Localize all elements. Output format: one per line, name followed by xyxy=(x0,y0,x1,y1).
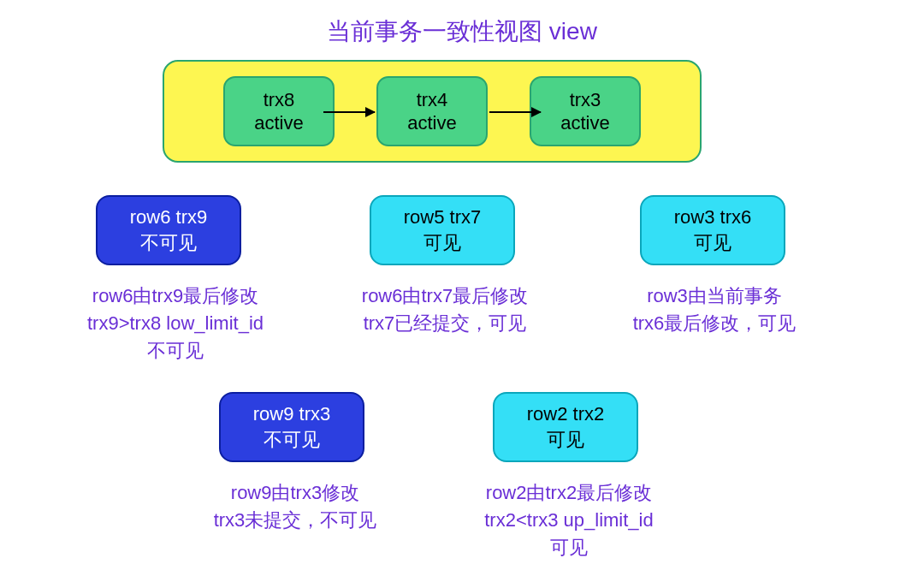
row-node-visibility: 不可见 xyxy=(264,427,320,453)
row-node-row5: row5 trx7 可见 xyxy=(370,195,515,265)
arrow-icon xyxy=(323,111,375,113)
active-trx-state: active xyxy=(560,111,609,135)
row-node-visibility: 可见 xyxy=(424,230,461,256)
arrow-icon xyxy=(489,111,541,113)
row-node-visibility: 可见 xyxy=(547,427,584,453)
page-title: 当前事务一致性视图 view xyxy=(0,15,924,48)
row-node-title: row2 trx2 xyxy=(527,401,604,427)
row-node-row6: row6 trx9 不可见 xyxy=(96,195,241,265)
row-note-row3: row3由当前事务 trx6最后修改，可见 xyxy=(599,282,830,337)
row-node-title: row3 trx6 xyxy=(674,205,751,230)
row-node-title: row6 trx9 xyxy=(130,205,207,230)
row-node-visibility: 不可见 xyxy=(140,230,197,256)
active-trx-name: trx4 xyxy=(417,88,448,112)
active-trx-trx8: trx8 active xyxy=(223,76,335,146)
active-trx-trx3: trx3 active xyxy=(530,76,641,146)
row-node-title: row5 trx7 xyxy=(404,205,481,230)
row-node-row9: row9 trx3 不可见 xyxy=(219,392,364,462)
active-trx-state: active xyxy=(254,111,303,135)
active-trx-name: trx8 xyxy=(264,88,295,112)
row-node-title: row9 trx3 xyxy=(253,401,330,427)
row-node-row3: row3 trx6 可见 xyxy=(640,195,785,265)
row-note-row9: row9由trx3修改 trx3未提交，不可见 xyxy=(192,479,398,534)
active-trx-state: active xyxy=(407,111,456,135)
row-node-row2: row2 trx2 可见 xyxy=(493,392,638,462)
row-node-visibility: 可见 xyxy=(694,230,732,256)
row-note-row2: row2由trx2最后修改 trx2<trx3 up_limit_id 可见 xyxy=(453,479,684,561)
row-note-row5: row6由trx7最后修改 trx7已经提交，可见 xyxy=(325,282,565,337)
active-trx-name: trx3 xyxy=(570,88,601,112)
row-note-row6: row6由trx9最后修改 trx9>trx8 low_limit_id 不可见 xyxy=(64,282,287,365)
active-trx-trx4: trx4 active xyxy=(376,76,488,146)
active-transactions-container: trx8 active trx4 active trx3 active xyxy=(163,60,702,163)
